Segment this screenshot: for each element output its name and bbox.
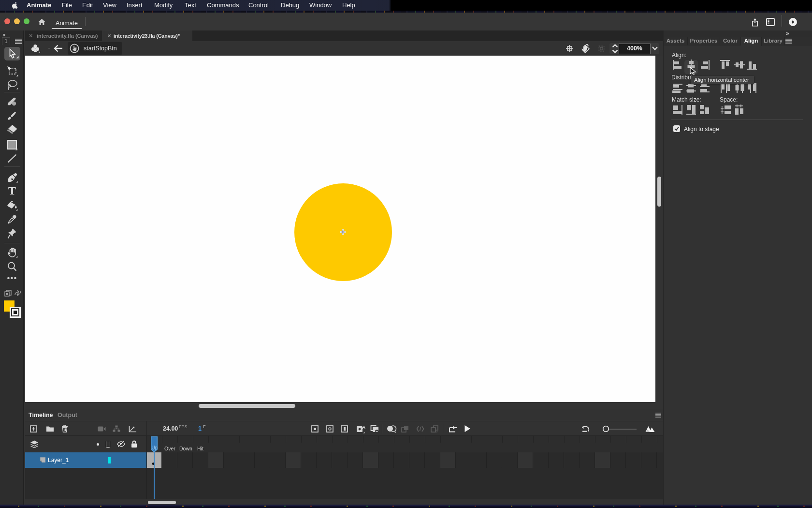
svg-text:A: A — [362, 424, 365, 430]
svg-text:Up: Up — [151, 445, 158, 450]
